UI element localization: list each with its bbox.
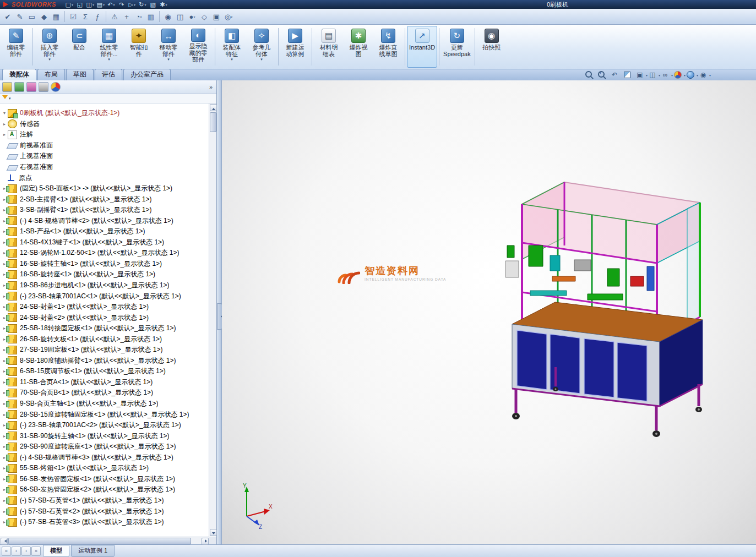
instant3d-button[interactable]: ↗ Instant3D — [407, 26, 437, 68]
tree-item[interactable]: 28-SB-15度旋转轴固定板<1> (默认<<默认>_显示状态 1>) — [2, 409, 209, 420]
save-icon[interactable]: ◫ — [86, 1, 95, 8]
tree-item[interactable]: 11-SB-合页A<1> (默认<<默认>_显示状态 1>) — [2, 377, 209, 388]
new-document-icon[interactable]: ▢ — [65, 1, 74, 8]
tree-item[interactable]: 70-SB-合页B<1> (默认<<默认>_显示状态 1>) — [2, 387, 209, 398]
tree-item[interactable]: (-) 57-SB-石英管<3> (默认<<默认>_显示状态 1>) — [2, 517, 209, 528]
import-diagnostics-icon[interactable]: + — [121, 11, 132, 22]
tree-item[interactable]: 24-SB-封盖<1> (默认<<默认>_显示状态 1>) — [2, 302, 209, 313]
tree-item[interactable]: 9-SB-合页主轴<1> (默认<<默认>_显示状态 1>) — [2, 398, 209, 409]
tree-item[interactable]: 56-SB-发热管固定板<1> (默认<<默认>_显示状态 1>) — [2, 474, 209, 485]
equations-icon[interactable]: Σ — [80, 11, 91, 22]
command-tab[interactable]: 草图 — [66, 69, 94, 80]
curvature-icon[interactable]: ◉ — [162, 11, 173, 22]
linear-component-pattern-button[interactable]: ▦ 线性零 部件... — [94, 26, 124, 68]
assembly-3d-model[interactable] — [222, 80, 756, 544]
tab-scroll-first-button[interactable]: « — [2, 547, 11, 556]
vertical-scroll-thumb[interactable] — [210, 112, 216, 132]
tree-item[interactable]: (-) 23-SB-轴承7001AC<2> (默认<<默认>_显示状态 1>) — [2, 420, 209, 431]
horizontal-scroll-thumb[interactable] — [8, 538, 191, 544]
show-hidden-components-button[interactable]: ◐ 显示隐 藏的零 部件 — [183, 26, 213, 68]
section-properties-icon[interactable]: ▦ — [51, 11, 65, 22]
edit-appearance-icon[interactable] — [673, 70, 682, 79]
tree-item[interactable]: 0刷板机 (默认<默认_显示状态-1>) — [2, 108, 209, 119]
spellcheck-icon[interactable]: ✔ — [2, 11, 13, 22]
print-icon[interactable]: ▤ — [96, 1, 105, 8]
tree-expander-icon[interactable] — [2, 132, 7, 137]
tab-scroll-last-button[interactable]: » — [31, 547, 41, 556]
property-manager-tab[interactable] — [14, 82, 24, 92]
zoom-area-icon[interactable]: + — [597, 70, 606, 79]
edit-component-button[interactable]: ✎ 编辑零 部件 — [1, 26, 31, 68]
scroll-right-button[interactable] — [202, 538, 209, 545]
zebra-stripes-icon[interactable]: ▥ — [145, 11, 160, 22]
mate-button[interactable]: ⊂ 配合 — [64, 26, 94, 68]
command-tab[interactable]: 装配体 — [2, 69, 36, 80]
tree-item[interactable]: 12-SB-涡轮M-1.0Z-50<1> (默认<<默认>_显示状态 1>) — [2, 248, 209, 259]
tab-scroll-prev-button[interactable]: ‹ — [12, 547, 21, 556]
geometry-check-icon[interactable]: ⚠ — [109, 11, 120, 22]
scroll-down-button[interactable] — [210, 529, 217, 536]
tree-item[interactable]: 14-SB-4X13键子<1> (默认<<默认>_显示状态 1>) — [2, 237, 209, 248]
dimxpert-tab[interactable] — [39, 82, 48, 92]
measure-icon[interactable]: ▭ — [26, 11, 37, 22]
tab-scroll-next-button[interactable]: › — [21, 547, 31, 556]
tree-item[interactable]: 原点 — [2, 172, 209, 183]
exploded-view-button[interactable]: ✱ 爆炸视 图 — [344, 26, 373, 68]
zoom-fit-icon[interactable] — [585, 70, 594, 79]
tree-item[interactable]: 18-SB-旋转座<1> (默认<<默认>_显示状态 1>) — [2, 269, 209, 280]
view-orientation-icon[interactable]: ▣ — [635, 70, 644, 79]
tree-item[interactable]: (-) 4-SB-规格调节棒<3> (默认<<默认>_显示状态 1>) — [2, 452, 209, 463]
assembly-features-button[interactable]: ◧ 装配体 特征 — [217, 26, 247, 68]
open-document-icon[interactable]: ◱ — [75, 1, 84, 8]
panel-expand-chevron[interactable]: » — [208, 84, 214, 90]
reference-geometry-button[interactable]: ✧ 参考几 何体 — [247, 26, 276, 68]
smart-fasteners-button[interactable]: ✦ 智能扣 件 — [124, 26, 154, 68]
statistics-icon[interactable]: ƒ — [92, 11, 106, 22]
mass-properties-icon[interactable]: ◆ — [39, 11, 50, 22]
display-style-icon[interactable]: ◫ — [648, 70, 657, 79]
scroll-left-button[interactable] — [1, 538, 8, 545]
select-icon[interactable]: ▷ — [128, 1, 137, 8]
tree-item[interactable]: 2-SB-主摇臂<1> (默认<<默认>_显示状态 1>) — [2, 194, 209, 205]
scroll-up-button[interactable] — [210, 104, 217, 111]
tree-item[interactable]: (-) 4-SB-规格调节棒<2> (默认<<默认>_显示状态 1>) — [2, 215, 209, 226]
scene-icon[interactable]: ◇ — [199, 11, 210, 22]
explode-line-sketch-button[interactable]: ↯ 爆炸直 线草图 — [373, 26, 403, 68]
tree-item[interactable]: 31-SB-90旋转主轴<1> (默认<<默认>_显示状态 1>) — [2, 430, 209, 441]
study-tab[interactable]: 模型 — [43, 545, 69, 557]
tree-item[interactable]: 右视基准面 — [2, 162, 209, 173]
tree-item[interactable]: 前视基准面 — [2, 140, 209, 151]
tree-item[interactable]: 16-SB-旋转主轴<1> (默认<<默认>_显示状态 1>) — [2, 259, 209, 270]
update-speedpak-button[interactable]: ↻ 更新 Speedpak — [441, 26, 473, 68]
tree-item[interactable]: (-) 57-SB-石英管<1> (默认<<默认>_显示状态 1>) — [2, 495, 209, 506]
command-tab[interactable]: 布局 — [37, 69, 65, 80]
insert-components-button[interactable]: ⊕ 插入零 部件 — [35, 26, 64, 68]
options-icon[interactable]: ✱ — [159, 1, 168, 8]
tree-item[interactable]: (-) 23-SB-轴承7001AC<1> (默认<<默认>_显示状态 1>) — [2, 291, 209, 302]
tree-expander-icon[interactable] — [2, 111, 7, 116]
tree-item[interactable]: 3-SB-副摇臂<1> (默认<<默认>_显示状态 1>) — [2, 205, 209, 216]
apply-scene-icon[interactable] — [686, 70, 695, 79]
move-component-button[interactable]: ↔ 移动零 部件 — [154, 26, 183, 68]
deviation-analysis-icon[interactable]: ◔ — [133, 11, 144, 22]
camera-icon[interactable]: ◎ — [223, 11, 234, 22]
command-tab[interactable]: 评估 — [95, 69, 122, 80]
graphics-viewport[interactable]: 智造资料网 INTELLIGENT MANUFACTURING DATA — [222, 80, 756, 544]
decals-icon[interactable]: ▣ — [211, 11, 222, 22]
tree-item[interactable]: 24-SB-封盖<2> (默认<<默认>_显示状态 1>) — [2, 312, 209, 323]
tree-item[interactable]: 25-SB-18转接固定板<1> (默认<<默认>_显示状态 1>) — [2, 323, 209, 334]
study-tab[interactable]: 运动算例 1 — [71, 545, 115, 557]
rebuild-icon[interactable]: ↻ — [138, 1, 147, 8]
appearance-icon[interactable]: ● — [187, 11, 198, 22]
tree-filter-bar[interactable]: ▾ — [0, 94, 216, 103]
tree-item[interactable]: 上视基准面 — [2, 151, 209, 162]
appearances-tab[interactable] — [51, 82, 61, 92]
tree-item[interactable]: 注解 — [2, 129, 209, 140]
new-motion-study-button[interactable]: ▶ 新建运 动算例 — [280, 26, 310, 68]
check-icon[interactable]: ☑ — [68, 11, 79, 22]
section-view-icon[interactable] — [623, 70, 632, 79]
tree-item[interactable]: (固定) 5-SB-面板<1> -> (默认<<默认>_显示状态 1>) — [2, 183, 209, 194]
feature-manager-tab[interactable] — [2, 82, 12, 92]
command-tab[interactable]: 办公室产品 — [123, 69, 171, 80]
take-snapshot-button[interactable]: ◉ 拍快照 — [477, 26, 507, 68]
